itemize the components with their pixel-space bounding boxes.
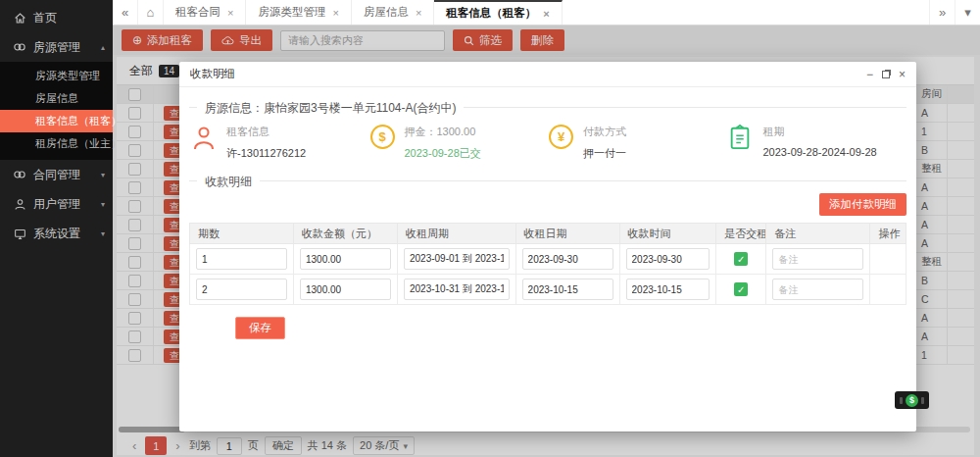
remark-input[interactable]	[772, 279, 863, 300]
sidebar-item-contract-mgmt[interactable]: 合同管理 ▾	[0, 160, 113, 189]
cycle-input[interactable]	[404, 279, 510, 300]
action-cell	[870, 275, 906, 305]
sidebar-item-house-info[interactable]: 房屋信息	[0, 87, 113, 110]
modal-title: 收款明细	[190, 67, 235, 81]
payment-table: 期数 收款金额（元） 收租周期 收租日期 收款时间 是否交租 备注 操作	[189, 223, 906, 305]
chevron-down-icon: ▾	[101, 200, 105, 209]
col-paid: 是否交租	[716, 224, 766, 244]
chevron-up-icon: ▴	[101, 43, 105, 52]
rent-date-input[interactable]	[522, 279, 613, 300]
maximize-icon[interactable]	[882, 71, 890, 78]
payment-detail-modal: 收款明细 − × 房源信息：康怡家园3号楼一单元1104-A(合约中)	[179, 62, 916, 432]
info-label: 租期	[763, 125, 877, 139]
paid-checkbox[interactable]: ✓	[734, 282, 748, 296]
lease-term-item: 租期 2023-09-28-2024-09-28	[728, 125, 907, 161]
pay-time-input[interactable]	[626, 279, 710, 300]
modal-titlebar[interactable]: 收款明细 − ×	[179, 62, 916, 87]
info-value: 2023-09-28已交	[405, 146, 481, 161]
money-tray-widget[interactable]: $	[895, 391, 929, 409]
chevron-down-icon: ▾	[101, 229, 105, 238]
sidebar: 首页 房源管理 ▴ 房源类型管理 房屋信息 租客信息（租客） 租房信息（业主） …	[0, 0, 113, 457]
app-root: 首页 房源管理 ▴ 房源类型管理 房屋信息 租客信息（租客） 租房信息（业主） …	[0, 0, 980, 457]
tabs-expand-icon[interactable]: »	[929, 0, 955, 25]
pay-time-input[interactable]	[626, 248, 710, 270]
info-value: 许-13011276212	[226, 146, 306, 161]
deposit-info-item: $ 押金：1300.00 2023-09-28已交	[370, 125, 550, 161]
col-remark: 备注	[766, 224, 870, 244]
tabbar-right-tools: » ▾	[929, 0, 980, 25]
sidebar-item-label: 合同管理	[33, 167, 80, 183]
sidebar-item-property-type[interactable]: 房源类型管理	[0, 65, 113, 87]
add-payment-detail-button[interactable]: 添加付款明细	[819, 193, 906, 216]
period-input[interactable]	[196, 248, 287, 270]
sidebar-submenu: 房源类型管理 房屋信息 租客信息（租客） 租房信息（业主）	[0, 62, 113, 160]
yen-coin-icon: ¥	[549, 125, 573, 149]
amount-input[interactable]	[300, 279, 391, 300]
period-input[interactable]	[196, 279, 287, 300]
info-value: 2023-09-28-2024-09-28	[763, 146, 877, 158]
tab-house-info[interactable]: 房屋信息 ×	[352, 0, 434, 25]
tabs-menu-icon[interactable]: ▾	[955, 0, 980, 25]
tab-label: 租客合同	[175, 5, 220, 20]
paid-checkbox[interactable]: ✓	[734, 252, 748, 266]
close-icon[interactable]: ×	[899, 69, 906, 80]
payment-detail-fieldset: 收款明细	[189, 180, 906, 181]
tab-tenant-info[interactable]: 租客信息（租客） ×	[434, 0, 562, 25]
sidebar-item-home[interactable]: 首页	[0, 3, 113, 32]
monitor-icon	[13, 227, 26, 240]
detail-toolbar: 添加付款明细	[189, 181, 906, 223]
sidebar-item-system-settings[interactable]: 系统设置 ▾	[0, 219, 113, 248]
amount-input[interactable]	[300, 248, 391, 270]
tab-label: 房源类型管理	[258, 5, 325, 20]
tabs-collapse-icon[interactable]: «	[113, 0, 138, 25]
sidebar-item-tenant-info[interactable]: 租客信息（租客）	[0, 110, 113, 132]
save-button[interactable]: 保存	[235, 317, 285, 339]
sidebar-item-property-mgmt[interactable]: 房源管理 ▴	[0, 32, 113, 62]
clipboard-icon	[728, 125, 754, 150]
tenant-info-item: 租客信息 许-13011276212	[191, 125, 370, 161]
tab-property-type[interactable]: 房源类型管理 ×	[246, 0, 351, 25]
modal-body: 房源信息：康怡家园3号楼一单元1104-A(合约中) 租客信息 许-130112…	[179, 107, 916, 451]
link-icon	[13, 168, 26, 181]
close-icon[interactable]: ×	[416, 7, 421, 19]
payment-detail-legend: 收款明细	[197, 174, 260, 190]
summary-row: 租客信息 许-13011276212 $ 押金：1300.00 2023-09-…	[189, 108, 906, 173]
info-label: 押金：1300.00	[405, 125, 481, 139]
person-icon	[191, 125, 217, 150]
user-icon	[13, 197, 26, 211]
sidebar-item-label: 房源管理	[33, 39, 80, 56]
payment-row: ✓	[190, 244, 906, 275]
cycle-input[interactable]	[404, 248, 510, 270]
sidebar-item-label: 首页	[33, 10, 57, 26]
payment-row: ✓	[190, 275, 906, 305]
tab-bar: « ⌂ 租客合同 × 房源类型管理 × 房屋信息 × 租客信息（租客） × » …	[113, 0, 980, 25]
payment-method-item: ¥ 付款方式 押一付一	[549, 125, 728, 161]
col-amount: 收款金额（元）	[293, 224, 397, 244]
rent-date-input[interactable]	[522, 248, 613, 270]
tray-notch	[900, 397, 903, 404]
property-info-fieldset: 房源信息：康怡家园3号楼一单元1104-A(合约中)	[189, 107, 906, 108]
main-area: « ⌂ 租客合同 × 房源类型管理 × 房屋信息 × 租客信息（租客） × » …	[113, 0, 980, 457]
property-info-legend: 房源信息：康怡家园3号楼一单元1104-A(合约中)	[197, 100, 464, 117]
close-icon[interactable]: ×	[543, 8, 549, 20]
remark-input[interactable]	[772, 248, 863, 270]
sidebar-item-owner-info[interactable]: 租房信息（业主）	[0, 132, 113, 155]
info-label: 付款方式	[583, 125, 626, 139]
close-icon[interactable]: ×	[332, 7, 338, 19]
sidebar-item-label: 用户管理	[33, 196, 80, 213]
tab-label: 房屋信息	[364, 5, 409, 20]
dollar-coin-icon: $	[370, 125, 395, 149]
col-cycle: 收租周期	[397, 224, 515, 244]
close-icon[interactable]: ×	[227, 7, 233, 19]
chevron-down-icon: ▾	[101, 171, 105, 179]
link-icon	[13, 40, 26, 54]
minimize-icon[interactable]: −	[866, 69, 873, 80]
home-tab-icon[interactable]: ⌂	[138, 0, 164, 25]
col-pay-time: 收款时间	[619, 224, 716, 244]
info-label: 租客信息	[226, 125, 306, 139]
info-value: 押一付一	[583, 146, 626, 161]
tab-label: 租客信息（租客）	[446, 6, 536, 21]
sidebar-item-user-mgmt[interactable]: 用户管理 ▾	[0, 189, 113, 219]
dollar-badge-icon: $	[906, 394, 918, 407]
tab-tenant-contract[interactable]: 租客合同 ×	[164, 0, 246, 25]
